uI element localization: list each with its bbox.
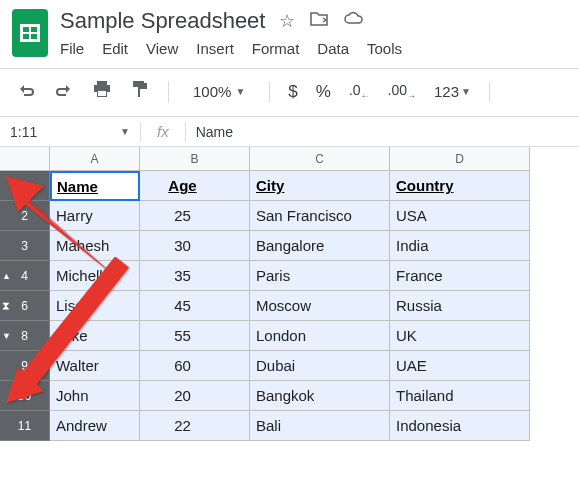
cell[interactable]: 55 <box>140 321 250 351</box>
cell[interactable]: Moscow <box>250 291 390 321</box>
cell[interactable]: 45 <box>140 291 250 321</box>
cell[interactable]: Indonesia <box>390 411 530 441</box>
cell[interactable]: UAE <box>390 351 530 381</box>
cell[interactable]: 60 <box>140 351 250 381</box>
undo-icon[interactable] <box>16 81 36 102</box>
cell[interactable]: Bangkok <box>250 381 390 411</box>
cell[interactable]: Paris <box>250 261 390 291</box>
cloud-status-icon[interactable] <box>343 11 365 32</box>
decrease-decimal-icon[interactable]: .0← <box>349 82 370 101</box>
redo-icon[interactable] <box>54 81 74 102</box>
menu-data[interactable]: Data <box>317 40 349 57</box>
menu-format[interactable]: Format <box>252 40 300 57</box>
cell[interactable]: London <box>250 321 390 351</box>
chevron-down-icon: ▼ <box>235 86 245 97</box>
cell[interactable]: 25 <box>140 201 250 231</box>
cell[interactable]: UK <box>390 321 530 351</box>
number-format-label: 123 <box>434 83 459 100</box>
sheets-logo[interactable] <box>10 8 50 58</box>
cell[interactable]: USA <box>390 201 530 231</box>
column-header-d[interactable]: D <box>390 147 530 171</box>
cell[interactable]: France <box>390 261 530 291</box>
cell-b1[interactable]: Age <box>140 171 250 201</box>
percent-icon[interactable]: % <box>316 82 331 102</box>
menu-tools[interactable]: Tools <box>367 40 402 57</box>
name-box[interactable]: 1:11 ▼ <box>0 124 140 140</box>
zoom-dropdown[interactable]: 100% ▼ <box>187 83 251 100</box>
menu-file[interactable]: File <box>60 40 84 57</box>
menu-bar: File Edit View Insert Format Data Tools <box>60 40 569 57</box>
increase-decimal-icon[interactable]: .00→ <box>388 82 416 101</box>
svg-rect-4 <box>133 81 144 87</box>
star-icon[interactable]: ☆ <box>279 10 295 32</box>
column-header-a[interactable]: A <box>50 147 140 171</box>
number-format-dropdown[interactable]: 123 ▼ <box>434 83 471 100</box>
column-header-c[interactable]: C <box>250 147 390 171</box>
svg-rect-3 <box>98 91 106 96</box>
cell[interactable]: Thailand <box>390 381 530 411</box>
zoom-value: 100% <box>193 83 231 100</box>
cell[interactable]: Russia <box>390 291 530 321</box>
print-icon[interactable] <box>92 80 112 103</box>
cell[interactable]: 30 <box>140 231 250 261</box>
fx-icon: fx <box>141 123 185 140</box>
spreadsheet-grid: A B C D 1 Name Age City Country 2 Harry … <box>0 147 579 441</box>
menu-view[interactable]: View <box>146 40 178 57</box>
cell[interactable]: 20 <box>140 381 250 411</box>
currency-icon[interactable]: $ <box>288 82 297 102</box>
annotation-arrow <box>2 257 132 411</box>
column-header-b[interactable]: B <box>140 147 250 171</box>
paint-format-icon[interactable] <box>130 79 150 104</box>
cell[interactable]: 22 <box>140 411 250 441</box>
cell-c1[interactable]: City <box>250 171 390 201</box>
menu-edit[interactable]: Edit <box>102 40 128 57</box>
chevron-down-icon: ▼ <box>120 126 130 137</box>
move-icon[interactable] <box>309 11 329 32</box>
cell[interactable]: San Francisco <box>250 201 390 231</box>
cell-d1[interactable]: Country <box>390 171 530 201</box>
document-title[interactable]: Sample Spreadsheet <box>60 8 265 34</box>
cell[interactable]: Bali <box>250 411 390 441</box>
cell[interactable]: India <box>390 231 530 261</box>
formula-bar[interactable]: Name <box>196 124 233 140</box>
chevron-down-icon: ▼ <box>461 86 471 97</box>
toolbar: 100% ▼ $ % .0← .00→ 123 ▼ <box>0 79 579 116</box>
row-header[interactable]: 11 <box>0 411 50 441</box>
cell[interactable]: Dubai <box>250 351 390 381</box>
menu-insert[interactable]: Insert <box>196 40 234 57</box>
name-box-value: 1:11 <box>10 124 37 140</box>
cell[interactable]: Bangalore <box>250 231 390 261</box>
svg-rect-0 <box>97 81 107 85</box>
cell[interactable]: 35 <box>140 261 250 291</box>
cell[interactable]: Andrew <box>50 411 140 441</box>
select-all-corner[interactable] <box>0 147 50 171</box>
svg-marker-5 <box>6 176 44 212</box>
